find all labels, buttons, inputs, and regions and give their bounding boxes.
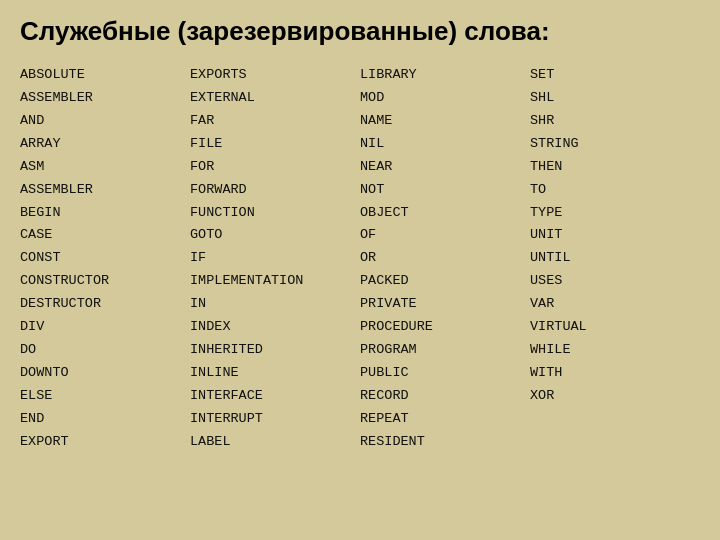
- keyword-item: VIRTUAL: [530, 317, 700, 338]
- keyword-item: STRING: [530, 134, 700, 155]
- keyword-item: UNIT: [530, 225, 700, 246]
- keyword-item: XOR: [530, 386, 700, 407]
- keyword-item: AND: [20, 111, 190, 132]
- keyword-item: INDEX: [190, 317, 360, 338]
- keyword-item: RESIDENT: [360, 432, 530, 453]
- keyword-item: INTERRUPT: [190, 409, 360, 430]
- keyword-item: FUNCTION: [190, 203, 360, 224]
- keyword-item: EXPORT: [20, 432, 190, 453]
- keyword-item: FAR: [190, 111, 360, 132]
- keyword-item: DOWNTO: [20, 363, 190, 384]
- column-4: SETSHLSHRSTRINGTHENTOTYPEUNITUNTILUSESVA…: [530, 65, 700, 453]
- keyword-item: FILE: [190, 134, 360, 155]
- keyword-item: SET: [530, 65, 700, 86]
- column-1: ABSOLUTEASSEMBLERANDARRAYASMASSEMBLERBEG…: [20, 65, 190, 453]
- keyword-item: PROCEDURE: [360, 317, 530, 338]
- keyword-item: OF: [360, 225, 530, 246]
- keyword-item: ELSE: [20, 386, 190, 407]
- keyword-item: ASSEMBLER: [20, 88, 190, 109]
- keyword-item: DO: [20, 340, 190, 361]
- keyword-item: CONSTRUCTOR: [20, 271, 190, 292]
- keyword-item: GOTO: [190, 225, 360, 246]
- keyword-item: EXTERNAL: [190, 88, 360, 109]
- keywords-grid: ABSOLUTEASSEMBLERANDARRAYASMASSEMBLERBEG…: [20, 65, 700, 453]
- keyword-item: OBJECT: [360, 203, 530, 224]
- keyword-item: FOR: [190, 157, 360, 178]
- keyword-item: PACKED: [360, 271, 530, 292]
- keyword-item: INHERITED: [190, 340, 360, 361]
- keyword-item: NAME: [360, 111, 530, 132]
- keyword-item: INLINE: [190, 363, 360, 384]
- keyword-item: VAR: [530, 294, 700, 315]
- keyword-item: PROGRAM: [360, 340, 530, 361]
- keyword-item: EXPORTS: [190, 65, 360, 86]
- keyword-item: DIV: [20, 317, 190, 338]
- keyword-item: CASE: [20, 225, 190, 246]
- keyword-item: BEGIN: [20, 203, 190, 224]
- keyword-item: WITH: [530, 363, 700, 384]
- keyword-item: LABEL: [190, 432, 360, 453]
- keyword-item: IF: [190, 248, 360, 269]
- keyword-item: ASM: [20, 157, 190, 178]
- keyword-item: ARRAY: [20, 134, 190, 155]
- keyword-item: PUBLIC: [360, 363, 530, 384]
- page-container: Служебные (зарезервированные) слова: ABS…: [0, 0, 720, 540]
- keyword-item: SHL: [530, 88, 700, 109]
- keyword-item: THEN: [530, 157, 700, 178]
- keyword-item: NIL: [360, 134, 530, 155]
- keyword-item: MOD: [360, 88, 530, 109]
- keyword-item: PRIVATE: [360, 294, 530, 315]
- keyword-item: NEAR: [360, 157, 530, 178]
- column-3: LIBRARYMODNAMENILNEARNOTOBJECTOFORPACKED…: [360, 65, 530, 453]
- keyword-item: DESTRUCTOR: [20, 294, 190, 315]
- keyword-item: TO: [530, 180, 700, 201]
- keyword-item: CONST: [20, 248, 190, 269]
- keyword-item: SHR: [530, 111, 700, 132]
- keyword-item: FORWARD: [190, 180, 360, 201]
- keyword-item: END: [20, 409, 190, 430]
- keyword-item: INTERFACE: [190, 386, 360, 407]
- column-2: EXPORTSEXTERNALFARFILEFORFORWARDFUNCTION…: [190, 65, 360, 453]
- keyword-item: TYPE: [530, 203, 700, 224]
- keyword-item: NOT: [360, 180, 530, 201]
- keyword-item: WHILE: [530, 340, 700, 361]
- page-title: Служебные (зарезервированные) слова:: [20, 16, 700, 47]
- keyword-item: IN: [190, 294, 360, 315]
- keyword-item: IMPLEMENTATION: [190, 271, 360, 292]
- keyword-item: USES: [530, 271, 700, 292]
- keyword-item: OR: [360, 248, 530, 269]
- keyword-item: ABSOLUTE: [20, 65, 190, 86]
- keyword-item: RECORD: [360, 386, 530, 407]
- keyword-item: LIBRARY: [360, 65, 530, 86]
- keyword-item: REPEAT: [360, 409, 530, 430]
- keyword-item: UNTIL: [530, 248, 700, 269]
- keyword-item: ASSEMBLER: [20, 180, 190, 201]
